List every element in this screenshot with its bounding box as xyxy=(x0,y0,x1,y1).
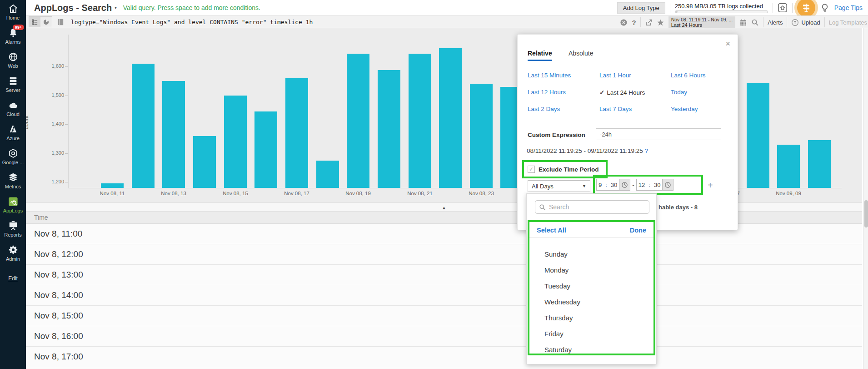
sidebar-item-web[interactable]: Web xyxy=(0,52,26,69)
resolved-range-help-icon[interactable]: ? xyxy=(645,147,649,154)
chart-bar[interactable] xyxy=(254,111,277,188)
chart-bar[interactable] xyxy=(439,48,462,188)
done-button[interactable]: Done xyxy=(630,227,646,234)
chart-bar[interactable] xyxy=(193,136,216,188)
quick-link-last-24-hours[interactable]: ✓Last 24 Hours xyxy=(599,89,645,96)
day-option-thursday[interactable]: Thursday xyxy=(544,314,573,322)
sidebar-item-server[interactable]: Server xyxy=(0,76,26,93)
lightbulb-icon[interactable] xyxy=(820,3,830,13)
scrollbar-thumb[interactable] xyxy=(864,200,868,227)
day-option-sunday[interactable]: Sunday xyxy=(544,250,568,258)
chart-view-icon[interactable] xyxy=(40,17,52,27)
vertical-scrollbar[interactable] xyxy=(863,28,868,369)
chart-bar[interactable] xyxy=(378,70,400,188)
chart-bar[interactable] xyxy=(224,96,247,188)
sidebar-item-home[interactable]: Home xyxy=(0,4,26,20)
chart-bar[interactable] xyxy=(347,54,369,188)
chart-bar[interactable] xyxy=(777,145,800,188)
divider xyxy=(529,238,653,238)
log-templates-button[interactable]: Log Templates xyxy=(829,19,867,26)
quick-link-last-2-days[interactable]: Last 2 Days xyxy=(528,106,560,112)
chart-bar[interactable] xyxy=(470,84,493,188)
collapse-up-icon[interactable]: ▲ xyxy=(442,205,446,210)
table-row[interactable]: Nov 8, 13:00 xyxy=(26,265,862,285)
day-option-saturday[interactable]: Saturday xyxy=(544,346,572,354)
time-range-selector[interactable]: Nov 08, 11:19:11 - Nov 09, ... Last 24 H… xyxy=(668,16,736,28)
time-from-min[interactable]: 30 xyxy=(609,182,619,188)
sidebar-item-azure[interactable]: Azure xyxy=(0,124,26,141)
sidebar-item-cloud[interactable]: Cloud xyxy=(0,100,26,117)
logs-usage: 250.98 MB/3.05 TB logs collected xyxy=(675,3,768,13)
select-all-button[interactable]: Select All xyxy=(537,227,566,234)
guided-tour-icon[interactable] xyxy=(797,0,815,17)
quick-link-yesterday[interactable]: Yesterday xyxy=(671,106,698,112)
saved-queries-icon[interactable] xyxy=(57,18,65,26)
sidebar-item-alarms[interactable]: 99+Alarms xyxy=(0,28,26,45)
x-tick-label: Nov 08, 13 xyxy=(153,191,194,196)
query-bar: logtype="Windows Event Logs" and level C… xyxy=(26,15,868,28)
quick-link-last-1-hour[interactable]: Last 1 Hour xyxy=(599,72,631,79)
list-view-icon[interactable] xyxy=(29,17,40,27)
time-to-min[interactable]: 30 xyxy=(652,182,662,188)
chart-bar[interactable] xyxy=(285,78,308,188)
sidebar-item-reports[interactable]: Reports xyxy=(0,221,26,238)
time-to-hour[interactable]: 12 xyxy=(637,182,647,188)
quick-link-last-6-hours[interactable]: Last 6 Hours xyxy=(671,72,706,79)
calendar-icon[interactable] xyxy=(739,19,747,26)
table-row[interactable]: Nov 8, 17:00 xyxy=(26,347,862,367)
quick-link-last-7-days[interactable]: Last 7 Days xyxy=(599,106,632,112)
chart-bar[interactable] xyxy=(101,183,124,188)
day-option-wednesday[interactable]: Wednesday xyxy=(544,298,580,306)
upload-button[interactable]: Upload xyxy=(791,19,820,26)
day-filter-select[interactable]: All Days ▼ xyxy=(528,180,590,192)
table-row[interactable]: Nov 8, 12:00 xyxy=(26,244,862,265)
add-exclude-period-icon[interactable]: + xyxy=(708,180,713,191)
resolved-range-text: 08/11/2022 11:19:25 - 09/11/2022 11:19:2… xyxy=(527,147,648,154)
tab-relative[interactable]: Relative xyxy=(528,50,552,61)
page-tips-link[interactable]: Page Tips xyxy=(834,4,863,11)
day-search-input[interactable] xyxy=(549,203,640,211)
day-option-friday[interactable]: Friday xyxy=(544,330,564,338)
exclude-time-checkbox[interactable]: ✓ xyxy=(528,166,535,173)
sidebar-edit-link[interactable]: Edit xyxy=(8,275,18,282)
chart-bar[interactable] xyxy=(808,140,831,188)
page-title[interactable]: AppLogs - Search xyxy=(34,3,112,13)
query-help-icon[interactable]: ? xyxy=(632,19,636,26)
clear-query-icon[interactable] xyxy=(620,19,628,26)
sidebar-item-google[interactable]: Google ... xyxy=(0,148,26,165)
quick-link-last-15-minutes[interactable]: Last 15 Minutes xyxy=(528,72,571,79)
sidebar-item-applogs[interactable]: AppLogs xyxy=(0,197,26,213)
title-caret-down-icon[interactable]: ▾ xyxy=(115,5,117,10)
close-icon[interactable]: × xyxy=(725,39,730,49)
add-log-type-button[interactable]: Add Log Type xyxy=(617,2,665,14)
quick-link-today[interactable]: Today xyxy=(671,89,687,96)
table-row[interactable]: Nov 8, 16:00 xyxy=(26,326,862,347)
chart-bar[interactable] xyxy=(409,54,431,188)
clock-icon[interactable] xyxy=(619,179,630,190)
clock-icon[interactable] xyxy=(662,179,673,190)
table-row[interactable]: Nov 8, 15:00 xyxy=(26,306,862,326)
alerts-button[interactable]: Alerts xyxy=(768,19,783,26)
sidebar-item-metrics[interactable]: Metrics xyxy=(0,172,26,189)
custom-expression-input[interactable] xyxy=(596,128,721,140)
sidebar-item-edit[interactable]: Edit xyxy=(0,269,26,282)
chart-bar[interactable] xyxy=(132,64,155,188)
time-from-input[interactable]: 9 : 30 xyxy=(596,179,630,191)
time-to-input[interactable]: 12 : 30 xyxy=(636,179,674,191)
time-from-hour[interactable]: 9 xyxy=(597,182,604,188)
star-icon[interactable] xyxy=(657,19,664,26)
chart-bar[interactable] xyxy=(747,83,769,188)
table-row[interactable]: Nov 8, 14:00 xyxy=(26,285,862,306)
chart-bar[interactable] xyxy=(316,161,339,188)
day-option-tuesday[interactable]: Tuesday xyxy=(544,282,570,290)
search-icon[interactable] xyxy=(751,19,759,26)
chart-bar[interactable] xyxy=(162,81,185,188)
search-query-input[interactable]: logtype="Windows Event Logs" and level C… xyxy=(71,19,313,25)
sidebar-item-admin[interactable]: Admin xyxy=(0,245,26,262)
day-option-monday[interactable]: Monday xyxy=(544,266,569,274)
share-icon[interactable] xyxy=(645,19,653,26)
home-dashboard-icon[interactable] xyxy=(778,3,788,13)
quick-link-last-12-hours[interactable]: Last 12 Hours xyxy=(528,89,566,96)
tab-absolute[interactable]: Absolute xyxy=(569,50,593,57)
reports-icon xyxy=(8,221,18,231)
